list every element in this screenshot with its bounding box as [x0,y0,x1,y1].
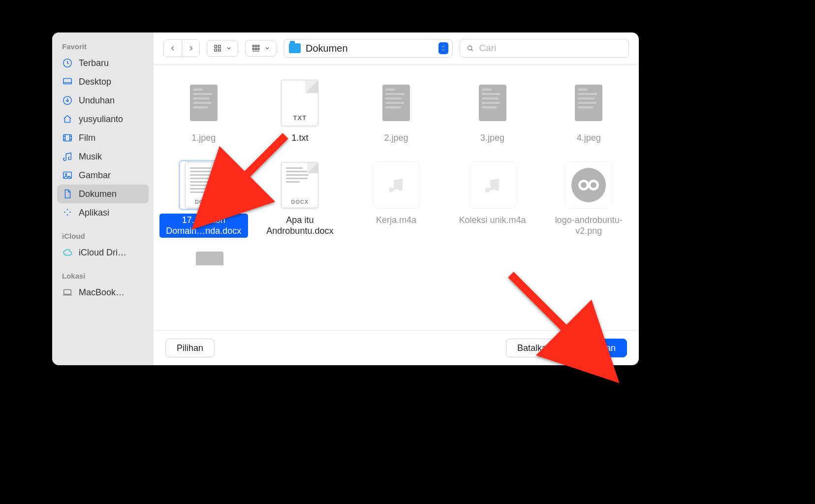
sidebar-item-label: Gambar [79,170,111,181]
file-item[interactable]: DOCX 17. Contoh Domain…nda.docx [156,161,252,238]
sidebar-section-lokasi: Lokasi [57,269,149,283]
file-item[interactable]: 4.jpeg [540,79,637,145]
svg-rect-8 [219,45,221,48]
open-panel: Favorit Terbaru Desktop Unduhan yusyulia… [52,32,639,365]
file-thumb [469,79,516,126]
sidebar-item-label: Film [79,133,95,143]
group-mode-dropdown[interactable] [245,40,277,57]
svg-point-5 [65,174,67,175]
folder-icon [289,43,301,53]
svg-rect-3 [63,135,72,141]
svg-rect-14 [252,48,254,50]
svg-rect-1 [63,79,72,84]
sidebar: Favorit Terbaru Desktop Unduhan yusyulia… [52,32,154,365]
file-item[interactable]: Kerja.m4a [348,161,444,238]
sidebar-item-aplikasi[interactable]: Aplikasi [57,203,149,222]
file-item[interactable]: TXT 1.txt [252,79,348,145]
nav-forward-button[interactable] [182,40,199,57]
svg-rect-11 [252,45,254,47]
sidebar-item-label: Aplikasi [79,208,109,218]
sidebar-item-macbook[interactable]: MacBook… [57,283,149,302]
svg-rect-6 [64,290,71,294]
file-grid-area[interactable]: 1.jpeg TXT 1.txt 2.jpeg 3.jpeg 4.jpeg [154,64,639,331]
svg-rect-12 [255,45,257,47]
options-button[interactable]: Pilihan [165,339,215,357]
sidebar-item-dokumen[interactable]: Dokumen [57,185,149,203]
file-name: 1.jpeg [188,131,219,145]
sidebar-item-terbaru[interactable]: Terbaru [57,54,149,72]
search-field[interactable] [460,39,629,58]
view-mode-dropdown[interactable] [207,40,238,57]
options-button-label: Pilihan [177,343,203,353]
file-grid: 1.jpeg TXT 1.txt 2.jpeg 3.jpeg 4.jpeg [156,79,637,238]
file-thumb: DOCX [276,161,323,209]
sidebar-item-gambar[interactable]: Gambar [57,166,149,185]
sidebar-item-label: Terbaru [79,58,109,68]
updown-icon [439,42,448,54]
search-icon [466,44,474,53]
svg-rect-9 [215,49,217,52]
sidebar-item-unduhan[interactable]: Unduhan [57,91,149,110]
file-thumb [469,161,516,209]
file-name: 3.jpeg [477,131,507,145]
search-input[interactable] [479,43,623,54]
picture-icon [62,170,73,181]
music-note-icon [386,175,406,195]
sidebar-item-film[interactable]: Film [57,128,149,147]
file-name: logo-androbuntu-v2.png [544,214,633,238]
music-icon [62,151,73,162]
file-name: 1.txt [288,131,311,145]
file-thumb [373,79,420,126]
sidebar-section-favorit: Favorit [57,39,149,54]
sidebar-item-label: yusyulianto [79,114,123,125]
file-thumb [565,161,612,209]
home-icon [62,114,73,125]
svg-rect-7 [215,45,217,48]
file-thumb [373,161,420,209]
nav-back-button[interactable] [164,40,182,57]
sidebar-item-label: iCloud Dri… [79,248,126,258]
cancel-button[interactable]: Batalkan [506,339,563,357]
file-thumb: TXT [276,79,323,126]
sidebar-item-desktop[interactable]: Desktop [57,72,149,91]
sidebar-section-icloud: iCloud [57,229,149,243]
svg-rect-16 [258,48,259,50]
file-item[interactable]: 2.jpeg [348,79,444,145]
file-thumb: DOCX [180,161,227,209]
svg-rect-10 [219,49,221,52]
film-icon [62,132,73,143]
file-item[interactable]: 1.jpeg [156,79,252,145]
doc-icon [62,189,73,199]
sidebar-item-label: Unduhan [79,95,115,106]
insert-button-label: Sisipkan [582,343,616,353]
nav-buttons [163,39,200,57]
file-item[interactable]: Koleksi unik.m4a [444,161,541,238]
apps-icon [62,207,73,218]
toolbar: Dokumen [154,32,639,64]
sidebar-item-home[interactable]: yusyulianto [57,110,149,128]
file-name: Kerja.m4a [373,214,419,227]
insert-button[interactable]: Sisipkan [571,339,627,357]
sidebar-item-label: Desktop [79,77,111,87]
file-name: Apa itu Androbuntu.docx [255,214,344,238]
desktop-icon [62,76,73,87]
file-item[interactable]: logo-androbuntu-v2.png [540,161,637,238]
sidebar-item-musik[interactable]: Musik [57,147,149,166]
file-thumb [565,79,612,126]
file-item[interactable]: DOCX Apa itu Androbuntu.docx [252,161,348,238]
file-name: Koleksi unik.m4a [456,214,529,227]
main-area: Dokumen 1.jpeg TXT 1.txt [154,32,639,365]
svg-rect-15 [255,48,257,50]
file-name: 17. Contoh Domain…nda.docx [159,214,248,238]
sidebar-item-label: Dokumen [79,189,117,199]
file-name: 2.jpeg [381,131,411,145]
cancel-button-label: Batalkan [517,343,552,353]
path-popup-button[interactable]: Dokumen [283,39,453,58]
clock-icon [62,58,73,68]
file-item[interactable]: 3.jpeg [444,79,541,145]
music-note-icon [483,175,502,195]
sidebar-item-icloud-drive[interactable]: iCloud Dri… [57,243,149,262]
partial-file-thumb [196,252,223,265]
cloud-icon [62,247,73,258]
file-name: 4.jpeg [574,131,604,145]
